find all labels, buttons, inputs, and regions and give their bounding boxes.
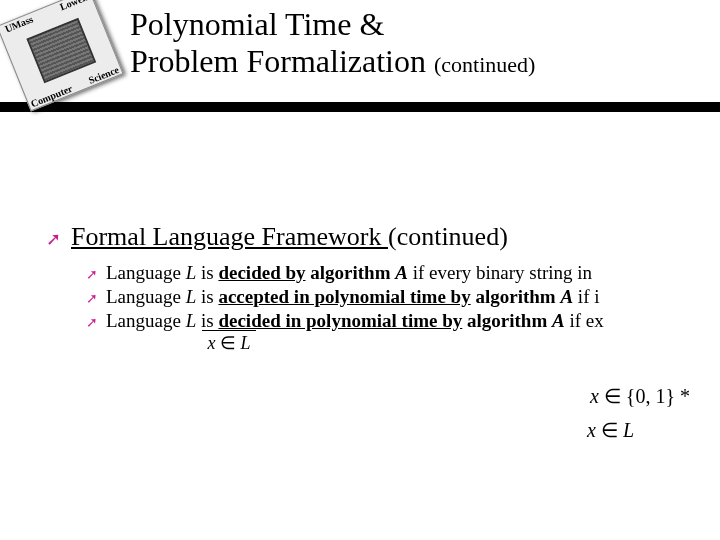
bullet-3-text: Language L is decided in polynomial time… bbox=[106, 310, 604, 332]
bullet-3: ➚ Language L is decided in polynomial ti… bbox=[86, 310, 720, 332]
key-accepted-poly: accepted in polynomial time by bbox=[218, 286, 470, 307]
title-line1: Polynomial Time & bbox=[130, 6, 384, 42]
bullet-2: ➚ Language L is accepted in polynomial t… bbox=[86, 286, 720, 308]
section-heading-row: ➚ Formal Language Framework (continued) bbox=[46, 222, 720, 252]
bullet-2-text: Language L is accepted in polynomial tim… bbox=[106, 286, 600, 308]
t: algorithm bbox=[306, 262, 396, 283]
sym-star: * bbox=[675, 385, 690, 407]
title-line2-main: Problem Formalization bbox=[130, 43, 434, 79]
var-A: A bbox=[560, 286, 573, 307]
t: algorithm bbox=[471, 286, 561, 307]
var-L: L bbox=[186, 310, 197, 331]
var-L: L bbox=[186, 286, 197, 307]
slide-body: ➚ Formal Language Framework (continued) … bbox=[0, 112, 720, 332]
t: is bbox=[196, 310, 218, 331]
var-A: A bbox=[552, 310, 565, 331]
math-x-in-L-overline: x ∈ L bbox=[202, 330, 256, 354]
t: if i bbox=[573, 286, 599, 307]
t: if ex bbox=[565, 310, 604, 331]
key-decided-poly: decided in polynomial time by bbox=[218, 310, 462, 331]
title-line2-cont: (continued) bbox=[434, 52, 535, 77]
header: UMass Lowell Science Computer Polynomial… bbox=[0, 0, 720, 96]
logo-text-science: Science bbox=[87, 64, 120, 86]
bullet-1: ➚ Language L is decided by algorithm A i… bbox=[86, 262, 720, 284]
key-decided-by: decided by bbox=[218, 262, 305, 283]
sub-bullets: ➚ Language L is decided by algorithm A i… bbox=[46, 262, 720, 332]
title-rule bbox=[0, 102, 720, 108]
title-block: Polynomial Time & Problem Formalization … bbox=[130, 4, 535, 80]
t: Language bbox=[106, 286, 186, 307]
arrow-icon: ➚ bbox=[86, 290, 98, 307]
var-L: L bbox=[623, 419, 634, 441]
t: algorithm bbox=[462, 310, 552, 331]
slide-title: Polynomial Time & Problem Formalization … bbox=[130, 6, 535, 80]
t: is bbox=[196, 286, 218, 307]
var-x: x bbox=[590, 385, 599, 407]
var-A: A bbox=[395, 262, 408, 283]
bullet-1-text: Language L is decided by algorithm A if … bbox=[106, 262, 592, 284]
section-heading-underlined: Formal Language Framework bbox=[71, 222, 388, 251]
sym-in: ∈ bbox=[599, 385, 626, 407]
logo-text-umass: UMass bbox=[3, 13, 34, 34]
sym-in: ∈ bbox=[596, 419, 623, 441]
arrow-icon: ➚ bbox=[86, 266, 98, 283]
t: Language bbox=[106, 310, 186, 331]
section-heading: Formal Language Framework (continued) bbox=[71, 222, 508, 252]
math-x-in-L: x ∈ L bbox=[587, 418, 634, 442]
arrow-icon: ➚ bbox=[46, 228, 61, 250]
arrow-icon: ➚ bbox=[86, 314, 98, 331]
var-x: x bbox=[587, 419, 596, 441]
set-01: {0, 1} bbox=[626, 385, 675, 407]
t: Language bbox=[106, 262, 186, 283]
sym-in: ∈ bbox=[215, 333, 240, 353]
t: if every binary string in bbox=[408, 262, 592, 283]
university-logo: UMass Lowell Science Computer bbox=[0, 0, 124, 111]
slide: UMass Lowell Science Computer Polynomial… bbox=[0, 0, 720, 540]
var-L: L bbox=[186, 262, 197, 283]
chip-icon bbox=[26, 18, 96, 83]
math-x-in-01star: x ∈ {0, 1} * bbox=[590, 384, 690, 408]
t: is bbox=[196, 262, 218, 283]
section-heading-rest: (continued) bbox=[388, 222, 508, 252]
logo-text-lowell: Lowell bbox=[58, 0, 89, 12]
var-L: L bbox=[240, 333, 250, 353]
